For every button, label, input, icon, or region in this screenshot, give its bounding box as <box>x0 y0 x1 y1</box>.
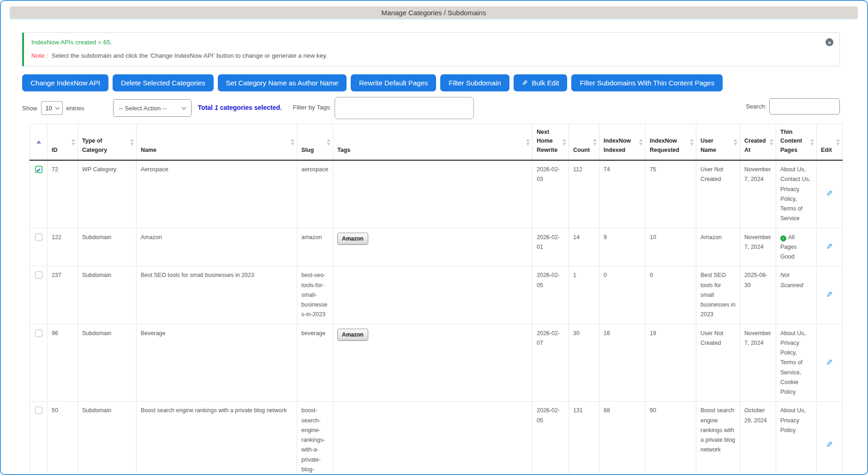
cell-name: Beverage <box>137 324 297 402</box>
bulk-edit-button[interactable]: Bulk Edit <box>514 74 568 91</box>
edit-icon[interactable] <box>826 292 832 299</box>
pencil-icon <box>522 79 528 87</box>
cell-count: 30 <box>569 324 599 402</box>
filter-thin-content-button[interactable]: Filter Subdomains With Thin Content Page… <box>571 74 723 91</box>
delete-selected-categories-button[interactable]: Delete Selected Categories <box>113 74 214 91</box>
cell-slug: best-seo-tools-for-small-businesses-in-2… <box>297 266 333 324</box>
close-icon <box>828 39 832 46</box>
cell-thin-content: About Us, Contact Us, Privacy Policy, Te… <box>776 160 817 228</box>
cell-user-name: Amazon <box>696 228 740 266</box>
edit-icon[interactable] <box>826 442 832 449</box>
alert-note: Note : Select the subdomain and click th… <box>31 52 821 59</box>
column-header-count[interactable]: Count <box>569 124 599 161</box>
cell-name: Best SEO tools for small businesses in 2… <box>137 266 297 324</box>
column-header-created-at[interactable]: Created At <box>740 124 776 161</box>
search-input[interactable] <box>769 98 840 114</box>
edit-icon[interactable] <box>826 191 832 198</box>
cell-indexnow-indexed: 0 <box>599 266 646 324</box>
column-header-indexnow-indexed[interactable]: IndexNow Indexed <box>599 124 646 161</box>
page-size-value: 10 <box>46 105 52 112</box>
cell-indexnow-indexed: 16 <box>599 324 646 402</box>
alert-close-button[interactable] <box>826 38 833 46</box>
cell-count: 1 <box>569 266 599 324</box>
cell-name: Amazon <box>137 228 297 266</box>
table-header-row: ID Type of Category Name Slug <box>30 124 843 161</box>
cell-count: 112 <box>569 160 599 228</box>
cell-user-name: User Not Created <box>696 324 740 402</box>
column-header-select[interactable] <box>30 124 48 161</box>
cell-id: 72 <box>48 160 78 228</box>
cell-type: Subdomain <box>78 228 137 266</box>
sort-icon <box>327 138 330 145</box>
cell-created-at: October 29, 2024 <box>740 402 776 475</box>
row-checkbox[interactable] <box>35 166 42 173</box>
categories-table: ID Type of Category Name Slug <box>30 124 843 475</box>
sort-icon <box>770 138 773 145</box>
cell-user-name: Boost search engine rankings with a priv… <box>696 402 740 475</box>
cell-created-at: November 7, 2024 <box>740 228 776 266</box>
sort-icon <box>593 138 597 145</box>
edit-icon[interactable] <box>826 360 832 367</box>
column-header-tags[interactable]: Tags <box>333 124 533 161</box>
bulk-edit-label: Bulk Edit <box>532 79 559 87</box>
cell-slug: amazon <box>297 228 333 266</box>
cell-id: 237 <box>48 266 78 324</box>
column-header-next-home-rewrite[interactable]: Next Home Rewrite <box>533 124 569 161</box>
column-header-indexnow-requested[interactable]: IndexNow Requested <box>646 124 696 161</box>
column-header-edit[interactable]: Edit <box>817 124 843 161</box>
column-header-user-name[interactable]: User Name <box>696 124 740 161</box>
row-checkbox[interactable] <box>35 234 42 241</box>
row-checkbox[interactable] <box>35 407 42 414</box>
cell-type: Subdomain <box>78 324 137 402</box>
cell-next-home-rewrite: 2026-02-05 <box>533 402 569 475</box>
alert-message: IndexNow APIs created = 65. <box>31 39 821 46</box>
column-header-thin-content-pages[interactable]: Thin Content Pages <box>776 124 817 161</box>
cell-thin-content: Not Scanned <box>776 266 817 324</box>
cell-indexnow-requested: 0 <box>646 266 696 324</box>
sort-icon <box>690 138 694 145</box>
cell-user-name: Best SEO tools for small businesses in 2… <box>696 266 740 324</box>
table-controls: Show 10 entries -- Select Action -- Tota… <box>22 97 840 119</box>
cell-thin-content: All Pages Good <box>776 228 817 266</box>
selected-total: Total1categories selected. <box>198 104 282 111</box>
cell-created-at: November 7, 2024 <box>740 324 776 402</box>
cell-tags <box>333 160 533 228</box>
sort-icon <box>72 138 75 145</box>
cell-next-home-rewrite: 2026-02-07 <box>533 324 569 402</box>
column-header-type[interactable]: Type of Category <box>78 124 137 161</box>
table-row: 122 Subdomain Amazon amazon Amazon 2026-… <box>30 228 843 266</box>
search-label: Search: <box>746 103 766 110</box>
column-header-slug[interactable]: Slug <box>297 124 333 161</box>
sort-asc-icon <box>36 140 41 144</box>
sort-icon <box>563 138 566 145</box>
sort-icon <box>130 138 134 145</box>
page-size-select[interactable]: 10 <box>41 101 63 115</box>
table-row: 96 Subdomain Beverage beverage Amazon 20… <box>30 324 843 402</box>
row-checkbox[interactable] <box>35 271 42 279</box>
rewrite-default-pages-button[interactable]: Rewrite Default Pages <box>351 74 436 91</box>
cell-name: Boost search engine rankings with a priv… <box>137 402 297 475</box>
edit-icon[interactable] <box>826 244 832 251</box>
toolbar: Change IndexNow API Delete Selected Cate… <box>22 74 840 91</box>
show-label: Show <box>22 105 37 112</box>
cell-created-at: November 7, 2024 <box>740 160 776 228</box>
filter-tags-input[interactable] <box>335 97 474 119</box>
action-select[interactable]: -- Select Action -- <box>113 99 192 117</box>
filter-subdomain-button[interactable]: Filter Subdomain <box>440 74 509 91</box>
table-row: 50 Subdomain Boost search engine ranking… <box>30 402 843 475</box>
row-checkbox[interactable] <box>35 330 42 337</box>
cell-type: Subdomain <box>78 266 137 324</box>
column-header-name[interactable]: Name <box>137 124 297 161</box>
cell-next-home-rewrite: 2026-02-05 <box>533 266 569 324</box>
column-header-id[interactable]: ID <box>48 124 78 161</box>
sort-icon <box>291 138 294 145</box>
categories-table-wrap: ID Type of Category Name Slug <box>30 124 867 475</box>
note-text: Select the subdomain and click the 'Chan… <box>52 52 328 59</box>
cell-tags <box>333 402 533 475</box>
cell-id: 50 <box>48 402 78 475</box>
selected-total-suffix: categories selected. <box>220 104 282 111</box>
cell-indexnow-indexed: 74 <box>599 160 646 228</box>
cell-count: 14 <box>569 228 599 266</box>
set-category-name-as-author-name-button[interactable]: Set Category Name as Author Name <box>218 74 347 91</box>
change-indexnow-api-button[interactable]: Change IndexNow API <box>22 74 108 91</box>
